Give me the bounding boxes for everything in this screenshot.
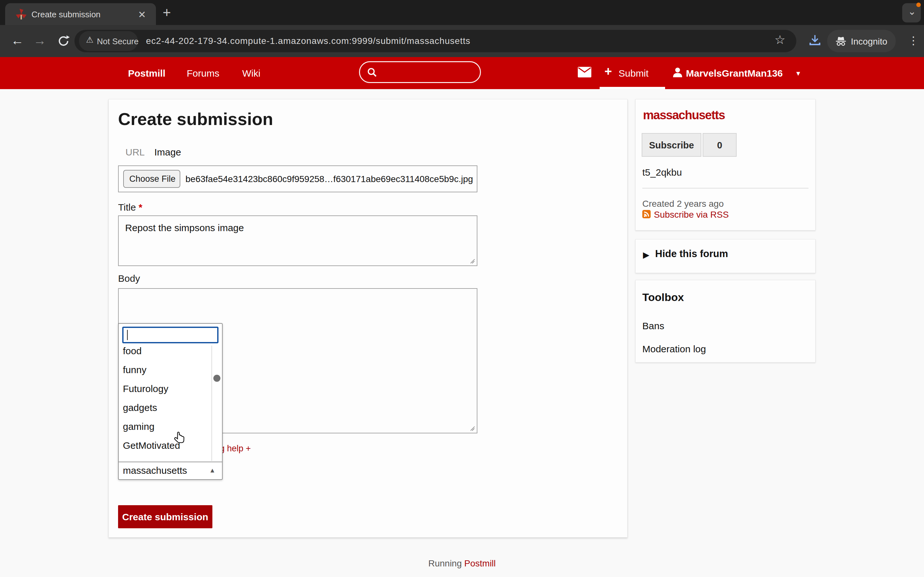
nav-submit[interactable]: Submit [619,68,648,79]
text-caret [127,330,128,340]
subscribe-label: Subscribe [642,140,701,151]
user-icon [671,66,684,79]
title-resize-handle[interactable] [469,258,476,265]
body-label: Body [118,273,140,284]
nav-brand[interactable]: Postmill [128,68,166,79]
rss-icon [642,210,651,218]
tab-image[interactable]: Image [154,147,181,158]
footer: Running Postmill [0,558,924,569]
submit-plus-icon[interactable]: + [604,64,612,79]
forum-select-divider [119,462,222,462]
create-submission-label: Create submission [118,512,212,522]
footer-postmill-link[interactable]: Postmill [464,558,496,568]
dropdown-option-gadgets[interactable]: gadgets [123,402,157,413]
forward-icon[interactable]: → [33,33,46,48]
forum-select-value[interactable]: massachusetts [123,465,187,476]
url-text: ec2-44-202-179-34.compute-1.amazonaws.co… [146,36,470,46]
dropdown-scrollbar-thumb[interactable] [213,375,220,382]
select-arrow-icon: ▲ [209,467,216,474]
postmill-favicon-icon [15,8,27,21]
envelope-icon[interactable] [577,66,591,78]
footer-running: Running [428,558,462,568]
sidebar-forum-title[interactable]: massachusetts [643,108,725,122]
nav-user-menu[interactable]: MarvelsGrantMan136 [686,68,783,79]
forum-created-text: Created 2 years ago [642,199,724,209]
file-name: be63fae54e31423bc860c9f959258…f630171abe… [186,174,473,184]
warning-icon: ⚠ [86,35,94,45]
page-title: Create submission [118,109,273,129]
nav-forums[interactable]: Forums [187,68,220,79]
toolbox-modlog-link[interactable]: Moderation log [642,343,706,355]
cursor-pointer-icon [173,431,187,446]
forum-search-input[interactable] [122,327,218,343]
bookmark-star-icon[interactable]: ☆ [774,33,785,47]
toolbox-title: Toolbox [642,291,684,303]
body-resize-handle[interactable] [469,425,476,432]
toolbox-bans-link[interactable]: Bans [642,321,664,332]
subscriber-count: 0 [703,140,737,151]
back-icon[interactable]: ← [11,33,24,48]
user-caret-icon: ▼ [795,70,801,77]
hide-forum-label[interactable]: Hide this forum [655,248,728,259]
update-dot [916,3,921,7]
submit-active-underline [599,87,665,89]
new-tab-icon[interactable]: + [163,5,171,21]
menu-dots-icon[interactable]: ⋮ [908,34,919,47]
rss-subscribe-link[interactable]: Subscribe via RSS [654,210,729,220]
tab-url[interactable]: URL [126,147,145,158]
sidebar-divider [642,188,809,189]
forum-id: t5_2qkbu [642,167,682,178]
details-triangle-icon[interactable]: ▶ [643,250,649,260]
reload-icon[interactable] [57,34,71,48]
dropdown-option-futurology[interactable]: Futurology [123,384,168,394]
tab-close-icon[interactable]: ✕ [138,9,146,20]
choose-file-label: Choose File [129,174,176,184]
dropdown-list-divider [212,346,212,461]
dropdown-option-gaming[interactable]: gaming [123,421,154,432]
incognito-label: Incognito [851,37,887,47]
search-icon [367,67,378,78]
required-asterisk: * [139,202,142,213]
title-label: Title * [118,202,142,213]
incognito-icon [834,35,848,48]
dropdown-option-food[interactable]: food [123,346,142,356]
dropdown-option-funny[interactable]: funny [123,364,146,376]
title-value: Repost the simpsons image [125,222,244,234]
tab-title: Create submission [31,10,100,19]
chevron-down-icon: ⌄ [908,6,916,17]
download-icon[interactable] [808,33,822,47]
dropdown-option-getmotivated[interactable]: GetMotivated [123,440,180,451]
not-secure-label: Not Secure [97,37,139,47]
nav-wiki[interactable]: Wiki [242,68,260,79]
